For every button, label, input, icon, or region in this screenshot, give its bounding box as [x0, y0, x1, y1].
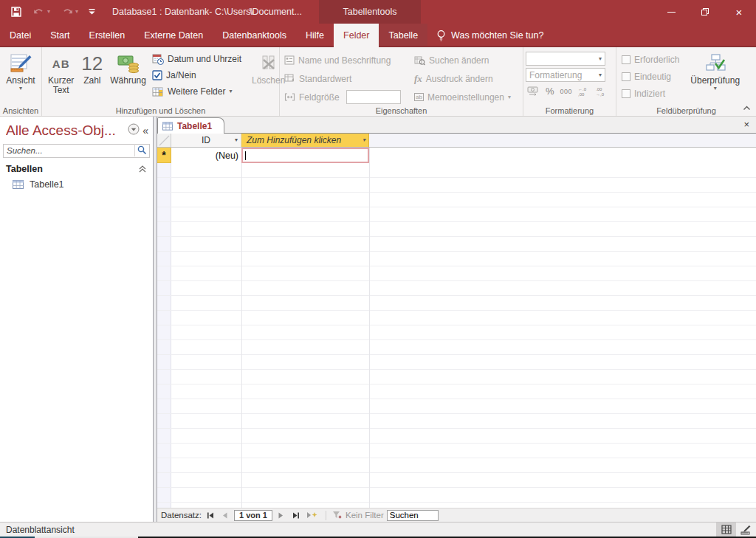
comma-format-icon[interactable]: 000 [560, 88, 573, 95]
menu-dropdown-icon [128, 123, 140, 135]
ribbon-group-eigenschaften: Name und Beschriftung Suchen ändern Stan… [280, 47, 523, 116]
short-text-label2: Text [53, 86, 69, 95]
increase-decimal-icon[interactable]: ←.0 ,00 [578, 86, 590, 97]
ribbon-group-feldueberpruefung: Erforderlich Eindeutig Indiziert [616, 47, 756, 116]
chevron-down-icon: ▾ [19, 86, 22, 92]
indexed-checkbox[interactable] [622, 89, 630, 98]
data-type-select[interactable]: ▾ [526, 52, 605, 66]
tab-datenbanktools[interactable]: Datenbanktools [213, 24, 296, 47]
next-record-button[interactable] [275, 510, 287, 521]
view-status-label: Datenblattansicht [6, 525, 75, 535]
table-icon [13, 180, 24, 189]
chevron-down-icon: ▾ [599, 72, 602, 78]
chevron-down-icon: ▾ [508, 94, 511, 100]
view-button[interactable]: Ansicht ▾ [2, 49, 38, 104]
navpane-title: Alle Access-Obj... [6, 123, 125, 139]
search-icon[interactable] [134, 144, 149, 156]
number-button[interactable]: 12 Zahl [78, 49, 106, 104]
decrease-decimal-icon[interactable]: .00 →,0 [596, 86, 608, 97]
datasheet-view-toggle[interactable] [716, 523, 736, 537]
unique-checkbox-row: Eindeutig [622, 69, 679, 84]
datasheet[interactable]: ID ▾ Zum Hinzufügen klicken ▾ * (Neu) [157, 134, 756, 508]
tab-datei[interactable]: Datei [0, 24, 41, 47]
tab-erstellen[interactable]: Erstellen [80, 24, 135, 47]
no-filter-button[interactable]: Kein Filter [332, 511, 384, 520]
ribbon-tab-bar: Datei Start Erstellen Externe Daten Date… [0, 24, 756, 47]
restore-icon [701, 7, 709, 16]
svg-text:,00: ,00 [578, 92, 585, 97]
navpane-item-tabelle1[interactable]: Tabelle1 [0, 177, 153, 192]
ribbon: Ansicht ▾ Ansichten AB Kurzer Text 12 Za… [0, 47, 756, 117]
tab-externe-daten[interactable]: Externe Daten [134, 24, 213, 47]
navpane-search-input[interactable] [3, 144, 150, 158]
modify-lookups-button: Suchen ändern [412, 53, 521, 68]
currency-format-icon[interactable] [527, 86, 540, 97]
validation-button[interactable]: Überprüfung ▾ [687, 49, 743, 104]
navpane-item-label: Tabelle1 [30, 179, 64, 190]
field-size-input[interactable] [346, 90, 401, 104]
datetime-button[interactable]: Datum und Uhrzeit [150, 52, 244, 66]
tab-hilfe[interactable]: Hilfe [296, 24, 334, 47]
window-title-path: \Document... [250, 7, 302, 17]
chevron-down-icon: ▾ [599, 56, 602, 62]
column-header-add-field[interactable]: Zum Hinzufügen klicken ▾ [241, 134, 369, 148]
new-record-selector[interactable]: * [157, 148, 171, 163]
yesno-checkbox-icon [152, 70, 162, 80]
tell-me-box[interactable]: Was möchten Sie tun? [427, 24, 552, 47]
percent-format-icon[interactable]: % [546, 86, 554, 97]
quick-access-toolbar: ▾ ▾ [10, 6, 95, 18]
short-text-button[interactable]: AB Kurzer Text [44, 49, 78, 104]
currency-button[interactable]: Währung [106, 49, 150, 104]
field-size-label: Feldgröße [299, 92, 340, 103]
redo-button[interactable]: ▾ [61, 7, 78, 17]
id-cell-new[interactable]: (Neu) [171, 148, 241, 163]
first-record-button[interactable] [205, 510, 216, 521]
more-fields-button[interactable]: Weitere Felder ▾ [150, 84, 244, 99]
next-record-icon [278, 512, 284, 519]
unique-checkbox[interactable] [622, 72, 630, 81]
tab-felder[interactable]: Felder [334, 24, 379, 47]
collapse-pane-button[interactable]: « [142, 125, 148, 137]
close-button[interactable]: × [722, 0, 756, 24]
navpane-group-tabellen[interactable]: Tabellen [0, 158, 153, 177]
default-value-icon [284, 74, 295, 83]
unique-label: Eindeutig [634, 72, 671, 82]
column-gridline [369, 148, 370, 508]
record-position-box[interactable]: 1 von 1 [234, 510, 272, 521]
customize-qat-button[interactable] [89, 8, 95, 15]
previous-record-button[interactable] [219, 510, 231, 521]
undo-button[interactable]: ▾ [32, 7, 50, 17]
minimize-button[interactable] [654, 0, 688, 24]
currency-label: Währung [110, 76, 146, 86]
yesno-button[interactable]: Ja/Nein [150, 68, 244, 83]
chevron-down-icon: ▾ [714, 86, 717, 92]
tab-tabelle[interactable]: Tabelle [379, 24, 427, 47]
delete-column-icon [259, 51, 278, 76]
new-record-button[interactable] [305, 510, 320, 521]
required-checkbox[interactable] [622, 55, 630, 64]
datetime-icon [152, 53, 164, 65]
tab-start[interactable]: Start [41, 24, 79, 47]
close-document-button[interactable]: × [743, 119, 749, 130]
format-select[interactable]: Formatierung ▾ [526, 68, 605, 82]
design-view-toggle[interactable] [736, 523, 756, 537]
last-record-button[interactable] [290, 510, 302, 521]
group-label-eigenschaften: Eigenschaften [280, 106, 523, 115]
record-search-input[interactable] [387, 510, 439, 521]
table-icon [162, 122, 173, 131]
navpane-menu-button[interactable] [128, 123, 140, 138]
customize-qat-icon [89, 8, 95, 15]
chevron-down-icon[interactable]: ▾ [362, 137, 365, 143]
active-cell[interactable] [241, 148, 369, 163]
restore-button[interactable] [688, 0, 722, 24]
collapse-ribbon-button[interactable] [743, 100, 751, 114]
document-tab-bar: Tabelle1 × [157, 117, 756, 134]
chevron-down-icon[interactable]: ▾ [235, 137, 238, 143]
select-all-header[interactable] [157, 134, 171, 148]
column-header-id[interactable]: ID ▾ [171, 134, 241, 148]
minimize-icon [667, 12, 676, 13]
record-nav-label: Datensatz: [161, 511, 202, 520]
document-tab-tabelle1[interactable]: Tabelle1 [157, 117, 224, 134]
last-record-icon [292, 512, 300, 519]
save-button[interactable] [10, 6, 22, 18]
